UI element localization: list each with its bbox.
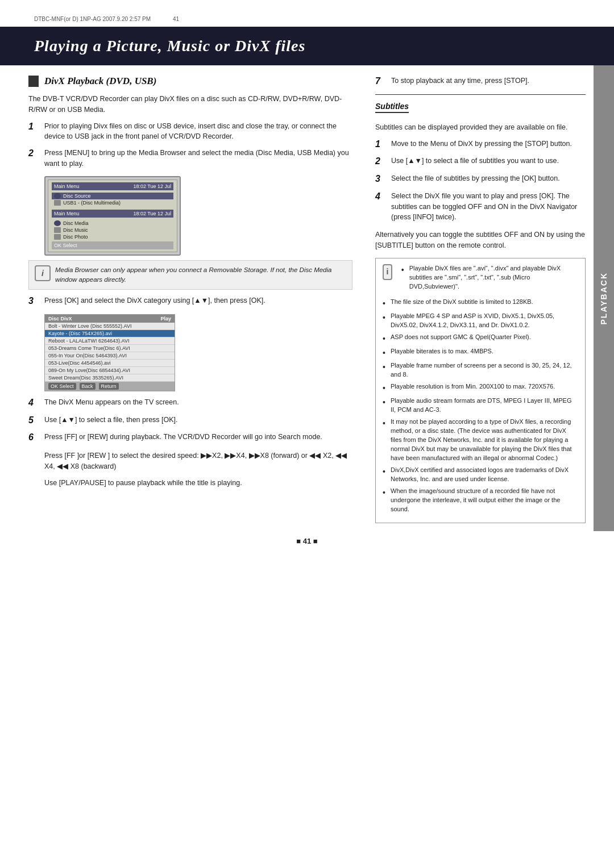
step-6: 6 Press [FF] or [REW] during playback. T… [28, 432, 352, 444]
step-4-text: The DivX Menu appears on the TV screen. [44, 397, 352, 408]
music-icon [54, 227, 61, 233]
screen-mockup-1: Main Menu 18:02 Tue 12 Jul Disc Source U… [44, 176, 181, 256]
info-bullet-0: • Playable DivX files are ".avi", ".divx… [401, 264, 578, 291]
subtitle-step-4b-text: Alternatively you can toggle the subtitl… [375, 229, 586, 251]
info-bullet-1: • The file size of the DivX subtitle is … [383, 298, 578, 309]
right-column-inner: 7 To stop playback at any time, press [S… [375, 76, 586, 523]
step-1: 1 Prior to playing Divx files on disc or… [28, 121, 352, 143]
screen-submenu: Main Menu 18:02 Tue 12 Jul Disc Media Di… [52, 210, 173, 249]
step-5-text: Use [▲▼] to select a file, then press [O… [44, 415, 352, 425]
step-7-text: To stop playback at any time, press [STO… [391, 76, 586, 86]
disc-row-3: 053-Dreams Come True(Disc 6).AVI [45, 345, 175, 352]
step-3-text: Press [OK] and select the DivX category … [44, 295, 352, 306]
step-4: 4 The DivX Menu appears on the TV screen… [28, 397, 352, 409]
subtitle-step-2: 2 Use [▲▼] to select a file of subtitles… [375, 156, 586, 168]
note-box: i Media Browser can only appear when you… [28, 260, 352, 290]
info-bullet-9: • DivX,DivX certified and associated log… [383, 466, 578, 484]
disc-table-footer: OK Select Back Return [45, 382, 175, 391]
info-bullet-4: • Playable biterates is to max. 4MBPS. [383, 347, 578, 358]
right-column: 7 To stop playback at any time, press [S… [370, 65, 586, 531]
disc-row-7: Sweet Dream(Disc 3535265).AVI [45, 374, 175, 382]
disc-icon [54, 193, 61, 199]
disc-media-icon [54, 220, 61, 226]
screen-disc-media: Disc Media [52, 220, 173, 227]
disc-row-1: Kayote - (Disc 754X265).avi [45, 330, 175, 337]
main-layout: DivX Playback (DVD, USB) The DVB-T VCR/D… [0, 65, 614, 531]
info-bullet-2: • Playable MPEG 4 SP and ASP is XVID, Di… [383, 312, 578, 330]
info-icon: i [383, 264, 392, 280]
info-bullets-list: • The file size of the DivX subtitle is … [383, 298, 578, 514]
playback-tab-text: PLAYBACK [599, 272, 608, 325]
left-column: DivX Playback (DVD, USB) The DVB-T VCR/D… [28, 65, 370, 531]
subtitle-step-2-text: Use [▲▼] to select a file of subtitles y… [391, 156, 586, 166]
subtitle-step-1-text: Move to the Menu of DivX by pressing the… [391, 139, 586, 149]
screen-menu-disc-source: Disc Source [52, 193, 173, 199]
screen-submenu-title: Main Menu 18:02 Tue 12 Jul [52, 210, 173, 218]
section-intro: The DVB-T VCR/DVD Recorder can play DivX… [28, 94, 352, 115]
disc-table-mockup: Disc DivX Play Bolt - Winter Love (Disc … [44, 314, 175, 391]
info-bullet-8: • It may not be played according to a ty… [383, 418, 578, 463]
disc-row-0: Bolt - Winter Love (Disc 555552).AVI [45, 323, 175, 330]
step-2-text: Press [MENU] to bring up the Media Brows… [44, 148, 352, 169]
section-heading-inner: DivX Playback (DVD, USB) [28, 76, 352, 87]
note-text: Media Browser can only appear when you c… [55, 265, 346, 285]
page-container: DTBC-MNF(or D) 1NP-AG 2007.9.20 2:57 PM … [0, 0, 614, 868]
info-bullet-5: • Playable frame number of screens per a… [383, 361, 578, 379]
subtitle-step-4: 4 Select the DivX file you want to play … [375, 191, 586, 223]
subtitles-intro: Subtitles can be displayed provided they… [375, 122, 586, 133]
step-6c-text: Use [PLAY/PAUSE] to pause playback while… [44, 478, 352, 489]
screen-select-bar: OK Select [52, 241, 173, 249]
subtitles-heading: Subtitles [375, 102, 586, 118]
section-title: DivX Playback (DVD, USB) [44, 76, 156, 87]
header-code: DTBC-MNF(or D) 1NP-AG 2007.9.20 2:57 PM [34, 16, 151, 22]
step-6-text: Press [FF] or [REW] during playback. The… [44, 432, 352, 443]
page-number-footer: ■ 41 ■ [0, 537, 614, 545]
screen-title-1: Main Menu 18:02 Tue 12 Jul [52, 182, 173, 190]
page-number-header: 41 [173, 16, 179, 22]
info-box-top: i • Playable DivX files are ".avi", ".di… [383, 264, 578, 294]
photo-icon [54, 234, 61, 240]
step-1-text: Prior to playing Divx files on disc or U… [44, 121, 352, 143]
info-bullet-7: • Playable audio stream formats are DTS,… [383, 397, 578, 415]
heading-bar-icon [28, 76, 39, 87]
note-icon: i [35, 265, 51, 281]
usb-icon [54, 200, 61, 206]
page-title: Playing a Picture, Music or DivX files [34, 37, 580, 55]
info-bullet-3: • ASP does not support GMC & Qpel(Quarte… [383, 333, 578, 344]
screen-disc-music: Disc Music [52, 227, 173, 233]
step-6b-text: Press [FF ]or [REW ] to select the desir… [44, 450, 352, 472]
step-5: 5 Use [▲▼] to select a file, then press … [28, 415, 352, 427]
subtitle-step-4-text: Select the DivX file you want to play an… [391, 191, 586, 223]
disc-row-5: 053-Live(Disc 4454546).avi [45, 360, 175, 367]
section-heading: DivX Playback (DVD, USB) [28, 76, 352, 87]
subtitle-step-3-text: Select the file of subtitles by pressing… [391, 173, 586, 184]
subtitles-title: Subtitles [375, 102, 409, 113]
step-7: 7 To stop playback at any time, press [S… [375, 76, 586, 87]
info-bullets-top: • Playable DivX files are ".avi", ".divx… [401, 264, 578, 294]
steps-list: 1 Prior to playing Divx files on disc or… [28, 121, 352, 169]
subtitle-step-1: 1 Move to the Menu of DivX by pressing t… [375, 139, 586, 151]
steps-list-2: 3 Press [OK] and select the DivX categor… [28, 295, 352, 307]
step-6b-block: Press [FF ]or [REW ] to select the desir… [44, 450, 352, 488]
step-2: 2 Press [MENU] to bring up the Media Bro… [28, 148, 352, 169]
divider [375, 94, 586, 95]
screen-inner-1: Main Menu 18:02 Tue 12 Jul Disc Source U… [48, 180, 177, 252]
right-steps-list: 7 To stop playback at any time, press [S… [375, 76, 586, 87]
steps-list-3: 4 The DivX Menu appears on the TV screen… [28, 397, 352, 444]
subtitle-step-3: 3 Select the file of subtitles by pressi… [375, 173, 586, 185]
info-box: i • Playable DivX files are ".avi", ".di… [375, 258, 586, 523]
disc-row-4: 055-In Your On(Disc 5464393).AVI [45, 352, 175, 360]
screen-disc-photo: Disc Photo [52, 233, 173, 240]
disc-row-2: Reboot - LALALaTW! 6264643).AVI [45, 337, 175, 345]
disc-table-header: Disc DivX Play [45, 315, 175, 323]
header-meta: DTBC-MNF(or D) 1NP-AG 2007.9.20 2:57 PM … [0, 11, 614, 27]
disc-row-6: 089-On My Love(Disc 6854434).AVI [45, 367, 175, 374]
info-bullet-6: • Playable resolution is from Min. 200X1… [383, 382, 578, 394]
playback-tab-sidebar: PLAYBACK [594, 65, 614, 531]
info-bullet-10: • When the image/sound structure of a re… [383, 487, 578, 514]
step-3: 3 Press [OK] and select the DivX categor… [28, 295, 352, 307]
subtitle-step-4b-block: Alternatively you can toggle the subtitl… [375, 229, 586, 251]
page-title-section: Playing a Picture, Music or DivX files [0, 27, 614, 65]
screen-menu-usb: USB1 - (Disc Multimedia) [52, 199, 173, 206]
subtitle-steps-list: 1 Move to the Menu of DivX by pressing t… [375, 139, 586, 223]
